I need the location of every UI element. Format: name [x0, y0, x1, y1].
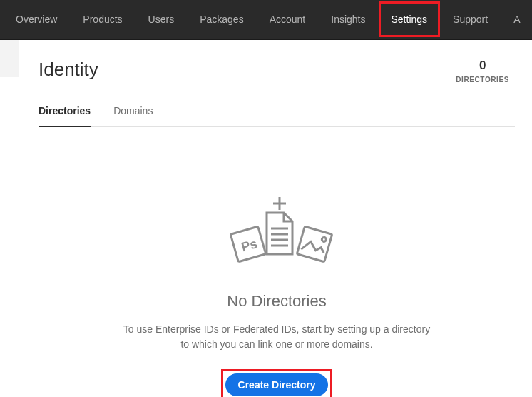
left-sidebar-stub — [0, 40, 19, 77]
tab-domains[interactable]: Domains — [113, 105, 153, 126]
nav-item-account[interactable]: Account — [257, 0, 319, 39]
svg-point-9 — [322, 237, 327, 242]
nav-item-insights[interactable]: Insights — [318, 0, 378, 39]
svg-text:Ps: Ps — [240, 236, 259, 254]
empty-state-description: To use Enterprise IDs or Federated IDs, … — [120, 322, 434, 352]
top-nav: Overview Products Users Packages Account… — [0, 0, 532, 40]
page-title: Identity — [39, 59, 98, 81]
empty-state-title: No Directories — [39, 292, 515, 311]
create-directory-button[interactable]: Create Directory — [225, 373, 329, 396]
nav-item-overview[interactable]: Overview — [3, 0, 70, 39]
nav-item-truncated[interactable]: A — [501, 0, 520, 39]
nav-item-products[interactable]: Products — [70, 0, 135, 39]
empty-state-illustration-icon: Ps — [39, 196, 515, 275]
nav-item-users[interactable]: Users — [135, 0, 188, 39]
sub-tabs: Directories Domains — [39, 105, 515, 127]
empty-state: Ps No Directories To use Enterprise IDs … — [39, 196, 515, 397]
nav-item-packages[interactable]: Packages — [187, 0, 256, 39]
tab-directories[interactable]: Directories — [39, 105, 91, 126]
create-directory-highlight: Create Directory — [221, 369, 333, 397]
svg-rect-8 — [297, 226, 332, 261]
count-label: DIRECTORIES — [456, 76, 509, 84]
content-area: Identity 0 DIRECTORIES Directories Domai… — [0, 40, 532, 397]
main-panel: Identity 0 DIRECTORIES Directories Domai… — [19, 40, 532, 397]
count-value: 0 — [456, 59, 509, 73]
page-header: Identity 0 DIRECTORIES — [39, 59, 515, 84]
directories-count: 0 DIRECTORIES — [456, 59, 509, 84]
nav-item-settings[interactable]: Settings — [379, 1, 441, 37]
nav-item-support[interactable]: Support — [440, 0, 501, 39]
